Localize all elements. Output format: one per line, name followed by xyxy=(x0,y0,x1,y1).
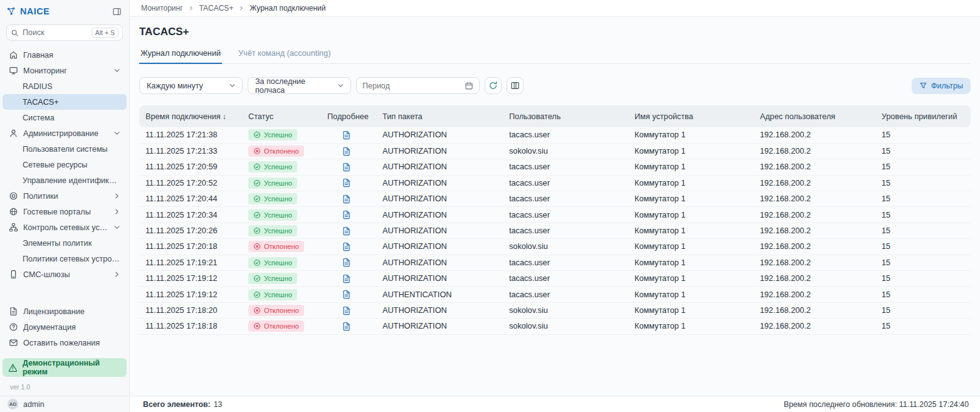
sidebar-item-смс-шлюзы[interactable]: СМС-шлюзы xyxy=(3,267,127,282)
sidebar-item-документация[interactable]: Документация xyxy=(3,319,127,335)
sidebar-item-label: Главная xyxy=(23,51,121,60)
table-row: 11.11.2025 17:20:59УспешноAUTHORIZATIONt… xyxy=(139,159,971,175)
column-header-адрес-пользователя[interactable]: Адрес пользователя xyxy=(754,105,875,127)
sidebar-item-управление-идентификацией[interactable]: Управление идентификацией xyxy=(3,172,127,188)
check-circle-icon xyxy=(253,227,261,235)
cell-privilege: 15 xyxy=(875,271,971,287)
columns-button[interactable] xyxy=(507,77,524,94)
details-button[interactable] xyxy=(342,194,351,204)
status-badge: Отклонено xyxy=(248,305,304,316)
sidebar-item-лицензирование[interactable]: Лицензирование xyxy=(3,304,127,319)
sidebar-item-система[interactable]: Система xyxy=(3,110,127,125)
toolbar: Каждую минуту За последние полчаса xyxy=(139,77,971,94)
search-input[interactable] xyxy=(23,28,88,37)
sidebar-item-пользователи-системы[interactable]: Пользователи системы xyxy=(3,141,127,157)
user-menu[interactable]: AD admin xyxy=(0,396,129,412)
cell-address: 192.168.200.2 xyxy=(754,223,875,238)
cell-packet-type: AUTHORIZATION xyxy=(376,302,503,318)
status-badge: Успешно xyxy=(248,209,297,221)
cell-device: Коммутатор 1 xyxy=(628,319,754,334)
cell-privilege: 15 xyxy=(875,207,971,223)
column-header-подробнее[interactable]: Подробнее xyxy=(321,105,376,127)
sidebar-item-политики-сетевых-устройств[interactable]: Политики сетевых устройств xyxy=(3,251,127,267)
refresh-interval-select[interactable]: Каждую минуту xyxy=(139,77,243,94)
table-row: 11.11.2025 17:21:38УспешноAUTHORIZATIONt… xyxy=(139,127,971,143)
sidebar-item-элементы-политик[interactable]: Элементы политик xyxy=(3,235,127,251)
details-button[interactable] xyxy=(342,130,351,140)
status-label: Отклонено xyxy=(264,147,299,155)
table-row: 11.11.2025 17:18:18ОтклоненоAUTHORIZATIO… xyxy=(139,319,971,334)
cell-time: 11.11.2025 17:20:18 xyxy=(139,239,242,255)
cell-packet-type: AUTHORIZATION xyxy=(376,239,503,255)
refresh-button[interactable] xyxy=(485,77,502,94)
chevron-down-icon xyxy=(113,129,121,137)
sidebar-item-сетевые-ресурсы[interactable]: Сетевые ресурсы xyxy=(3,157,127,172)
cell-packet-type: AUTHORIZATION xyxy=(376,207,503,223)
avatar: AD xyxy=(8,399,18,409)
check-circle-icon xyxy=(253,291,261,298)
details-button[interactable] xyxy=(342,162,351,172)
filters-button[interactable]: Фильтры xyxy=(912,78,971,94)
status-bar: Всего элементов:13 Время последнего обно… xyxy=(130,396,980,412)
sidebar-item-гостевые-порталы[interactable]: Гостевые порталы xyxy=(3,204,127,219)
period-input[interactable] xyxy=(362,82,465,90)
calendar-icon[interactable] xyxy=(465,82,473,90)
column-header-имя-устройства[interactable]: Имя устройства xyxy=(628,105,754,127)
sidebar-item-политики[interactable]: Политики xyxy=(3,188,127,204)
sidebar-item-label: Политики xyxy=(23,192,108,201)
details-button[interactable] xyxy=(342,178,351,188)
status-badge: Успешно xyxy=(248,225,297,236)
filters-label: Фильтры xyxy=(931,82,963,90)
details-button[interactable] xyxy=(342,147,351,156)
column-header-тип-пакета[interactable]: Тип пакета xyxy=(376,105,503,127)
sort-desc-icon[interactable]: ↓ xyxy=(223,112,226,121)
check-circle-icon xyxy=(253,179,261,187)
question-icon xyxy=(8,322,18,332)
cell-packet-type: AUTHORIZATION xyxy=(376,127,503,143)
search-box: Alt + S xyxy=(6,24,123,41)
cell-privilege: 15 xyxy=(875,223,971,238)
cell-user: tacacs.user xyxy=(503,175,628,191)
sidebar-item-мониторинг[interactable]: Мониторинг xyxy=(3,63,127,78)
details-button[interactable] xyxy=(342,258,351,267)
total-elements-label: Всего элементов: xyxy=(143,400,211,409)
sidebar: NAICE Alt + S ГлавнаяМониторингRADIUSTAC… xyxy=(0,0,130,412)
cell-privilege: 15 xyxy=(875,159,971,175)
cell-user: tacacs.user xyxy=(503,191,628,207)
column-header-время-подключения[interactable]: Время подключения↓ xyxy=(139,105,242,127)
demo-mode-badge: Демонстрационный режим xyxy=(3,358,127,377)
column-header-статус[interactable]: Статус xyxy=(242,105,321,127)
chevron-down-icon xyxy=(337,82,345,90)
sidebar-item-контроль-сетевых-устро[interactable]: Контроль сетевых устро... xyxy=(3,219,127,235)
cell-time: 11.11.2025 17:21:38 xyxy=(139,127,242,143)
sidebar-item-администрирование[interactable]: Администрирование xyxy=(3,125,127,141)
breadcrumb-item[interactable]: Мониторинг xyxy=(141,4,183,13)
sidebar-item-главная[interactable]: Главная xyxy=(3,47,127,63)
sidebar-item-оставить-пожелания[interactable]: Оставить пожелания xyxy=(3,335,127,351)
sidebar-item-radius[interactable]: RADIUS xyxy=(3,78,127,94)
tab-учёт-команд-accounting[interactable]: Учёт команд (accounting) xyxy=(237,46,332,63)
details-button[interactable] xyxy=(342,226,351,236)
sidebar-item-tacacs+[interactable]: TACACS+ xyxy=(3,94,127,110)
details-button[interactable] xyxy=(342,322,351,331)
column-header-уровень-привилегий[interactable]: Уровень привилегий xyxy=(875,105,971,127)
details-button[interactable] xyxy=(342,274,351,283)
collapse-sidebar-button[interactable] xyxy=(112,7,122,16)
cell-packet-type: AUTHORIZATION xyxy=(376,271,503,287)
details-button[interactable] xyxy=(342,210,351,219)
column-header-пользователь[interactable]: Пользователь xyxy=(503,105,628,127)
status-badge: Успешно xyxy=(248,161,297,172)
cell-user: tacacs.user xyxy=(503,207,628,223)
tab-журнал-подключений[interactable]: Журнал подключений xyxy=(139,46,222,63)
details-button[interactable] xyxy=(342,306,351,315)
status-badge: Успешно xyxy=(248,289,297,300)
details-button[interactable] xyxy=(342,242,351,251)
app-root: NAICE Alt + S ГлавнаяМониторингRADIUSTAC… xyxy=(0,0,980,412)
status-badge: Успешно xyxy=(248,257,297,268)
time-range-select[interactable]: За последние полчаса xyxy=(248,77,351,94)
details-button[interactable] xyxy=(342,290,351,299)
breadcrumb-item[interactable]: TACACS+ xyxy=(199,4,234,13)
cell-privilege: 15 xyxy=(875,302,971,318)
status-label: Успешно xyxy=(264,163,292,171)
logo-text: NAICE xyxy=(20,6,50,16)
